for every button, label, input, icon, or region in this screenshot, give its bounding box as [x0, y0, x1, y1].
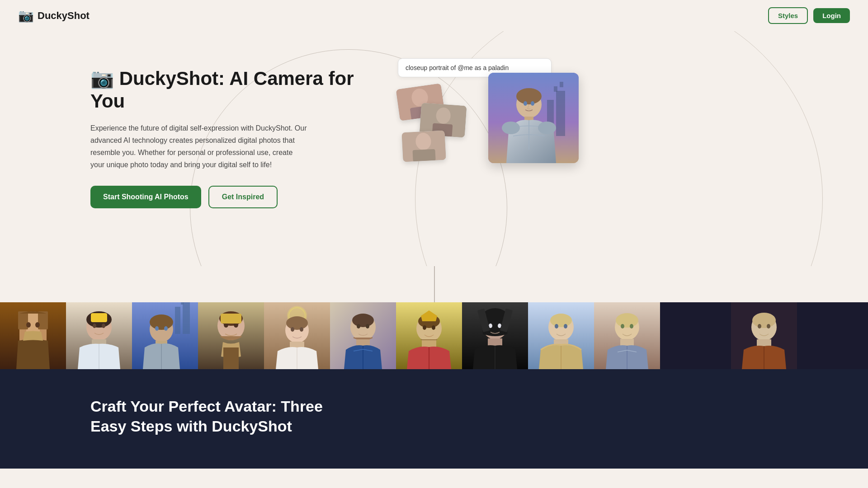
- svg-point-56: [286, 316, 308, 330]
- photo-collage: [398, 86, 579, 177]
- login-button[interactable]: Login: [813, 8, 850, 23]
- styles-button[interactable]: Styles: [768, 7, 808, 24]
- gallery-item-11: [660, 302, 868, 369]
- svg-point-32: [93, 324, 96, 328]
- svg-rect-23: [18, 311, 28, 329]
- header: 📷 DuckyShot Styles Login: [0, 0, 868, 31]
- svg-rect-11: [556, 91, 565, 136]
- gallery-item-4: [198, 302, 264, 369]
- svg-rect-8: [412, 149, 435, 162]
- hero-left: 📷 DuckyShot: AI Camera for You Experienc…: [90, 58, 362, 208]
- logo-text: DuckyShot: [38, 10, 90, 22]
- svg-point-33: [102, 324, 105, 328]
- svg-point-43: [164, 326, 168, 331]
- photo-thumbnail-3: [401, 131, 446, 162]
- svg-point-15: [516, 88, 542, 104]
- svg-point-57: [291, 327, 294, 332]
- svg-point-17: [531, 101, 534, 106]
- gallery-item-6: [330, 302, 396, 369]
- svg-point-84: [564, 324, 567, 328]
- svg-point-62: [352, 314, 374, 327]
- svg-point-69: [423, 325, 426, 330]
- hero-buttons: Start Shooting AI Photos Get Inspired: [90, 186, 362, 208]
- svg-rect-12: [554, 86, 557, 92]
- gallery-item-1: [0, 302, 66, 369]
- gallery-item-9: [528, 302, 594, 369]
- title-brand: DuckyShot: [119, 68, 218, 89]
- gallery-item-8: [462, 302, 528, 369]
- svg-point-83: [555, 324, 558, 328]
- gallery-item-7: [396, 302, 462, 369]
- gallery-item-5: [264, 302, 330, 369]
- header-nav: Styles Login: [768, 7, 850, 24]
- svg-point-94: [752, 313, 776, 328]
- svg-point-16: [524, 101, 527, 106]
- svg-point-58: [300, 327, 303, 332]
- hero-section: 📷 DuckyShot: AI Camera for You Experienc…: [0, 31, 868, 266]
- title-icon: 📷: [90, 68, 114, 89]
- svg-rect-13: [560, 82, 563, 87]
- hero-right: [362, 58, 778, 177]
- get-inspired-button[interactable]: Get Inspired: [208, 186, 278, 208]
- svg-point-95: [758, 324, 761, 328]
- bottom-section: Craft Your Perfect Avatar: Three Easy St…: [0, 369, 868, 469]
- svg-point-25: [26, 322, 31, 328]
- svg-point-96: [767, 324, 770, 328]
- svg-point-63: [357, 324, 360, 328]
- svg-rect-24: [38, 311, 48, 329]
- prompt-input[interactable]: [406, 64, 544, 71]
- svg-point-89: [621, 324, 624, 328]
- gallery-item-10: [594, 302, 660, 369]
- start-shooting-button[interactable]: Start Shooting AI Photos: [90, 186, 201, 208]
- photo-main-paladin: [488, 73, 579, 163]
- svg-point-26: [35, 322, 40, 328]
- svg-point-82: [550, 314, 572, 327]
- svg-rect-38: [183, 302, 190, 334]
- connector-line: [0, 266, 868, 302]
- gallery-item-2: [66, 302, 132, 369]
- logo-icon: 📷: [18, 8, 34, 23]
- hero-title: 📷 DuckyShot: AI Camera for You: [90, 67, 362, 113]
- svg-rect-39: [181, 302, 184, 305]
- svg-rect-51: [221, 314, 241, 324]
- gallery-strip: [0, 302, 868, 369]
- svg-point-90: [630, 324, 633, 328]
- hero-description: Experience the future of digital self-ex…: [90, 122, 307, 171]
- svg-point-42: [155, 326, 159, 331]
- bottom-title: Craft Your Perfect Avatar: Three Easy St…: [90, 396, 326, 436]
- svg-point-70: [432, 325, 435, 330]
- svg-point-19: [502, 122, 520, 134]
- svg-rect-50: [223, 347, 239, 369]
- svg-point-88: [616, 313, 638, 328]
- svg-rect-35: [91, 313, 107, 322]
- svg-rect-37: [175, 307, 180, 334]
- svg-point-41: [150, 314, 173, 330]
- svg-point-20: [538, 122, 556, 134]
- logo[interactable]: 📷 DuckyShot: [18, 8, 90, 23]
- gallery-item-3: [132, 302, 198, 369]
- svg-point-64: [366, 324, 369, 328]
